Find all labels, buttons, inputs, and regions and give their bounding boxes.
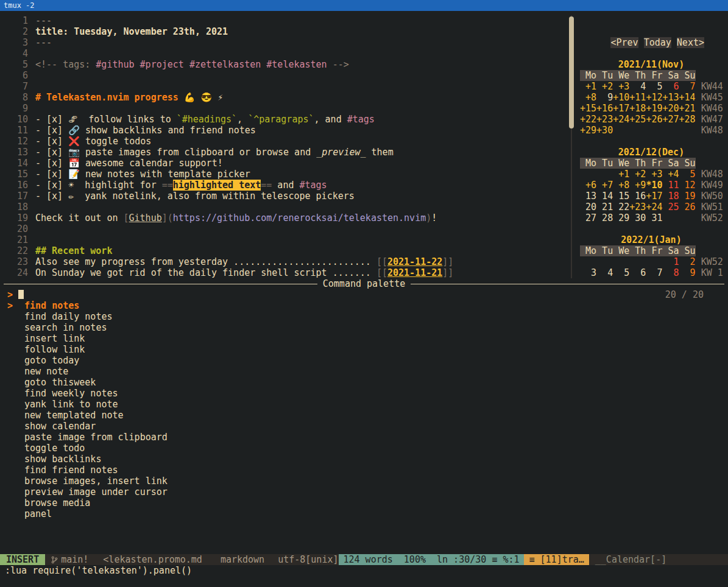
window-separator[interactable] bbox=[568, 15, 574, 278]
palette-item[interactable]: >find notes bbox=[0, 300, 728, 311]
calendar-day[interactable]: 19 bbox=[679, 191, 696, 202]
hashtag[interactable]: #github bbox=[96, 59, 134, 70]
calendar-day[interactable]: +20 bbox=[662, 103, 679, 114]
calendar-day[interactable]: +8 bbox=[580, 92, 596, 103]
calendar-day[interactable]: +17 bbox=[613, 103, 629, 114]
calendar-day[interactable]: +19 bbox=[646, 103, 662, 114]
calendar-day[interactable]: +2 bbox=[596, 81, 613, 92]
calendar-day[interactable]: +17 bbox=[646, 191, 662, 202]
calendar-day[interactable]: 20 bbox=[580, 202, 596, 213]
calendar-day[interactable]: 5 bbox=[679, 169, 696, 180]
palette-item[interactable]: goto thisweek bbox=[0, 377, 728, 388]
palette-item[interactable]: panel bbox=[0, 508, 728, 519]
calendar-day[interactable]: 25 bbox=[662, 202, 679, 213]
calendar-day[interactable]: +23 bbox=[629, 202, 646, 213]
calendar-day[interactable]: +16 bbox=[596, 103, 613, 114]
calendar-day[interactable]: +29 bbox=[580, 125, 596, 136]
hashtag[interactable]: #project bbox=[140, 59, 184, 70]
scrollbar-thumb[interactable] bbox=[569, 16, 574, 128]
calendar-day[interactable]: 4 bbox=[596, 267, 613, 278]
calendar-day[interactable]: 6 bbox=[629, 267, 646, 278]
palette-item[interactable]: find weekly notes bbox=[0, 388, 728, 399]
wikilink[interactable]: 2021-11-21 bbox=[387, 267, 442, 278]
calendar-day[interactable]: 8 bbox=[662, 267, 679, 278]
hashtag[interactable]: #telekasten bbox=[266, 59, 327, 70]
calendar-day[interactable]: +1 bbox=[580, 81, 596, 92]
calendar-day[interactable]: 22 bbox=[613, 202, 629, 213]
calendar-day[interactable]: 18 bbox=[662, 191, 679, 202]
calendar-day[interactable]: 29 bbox=[613, 213, 629, 223]
hashtag[interactable]: #tags bbox=[300, 180, 327, 191]
calendar-day[interactable]: 3 bbox=[580, 267, 596, 278]
calendar-day[interactable]: *10 bbox=[646, 180, 662, 191]
calendar-day[interactable]: 5 bbox=[646, 81, 662, 92]
calendar-day[interactable]: +18 bbox=[629, 103, 646, 114]
calendar-day[interactable]: 15 bbox=[613, 191, 629, 202]
palette-item[interactable]: browse media bbox=[0, 497, 728, 508]
calendar-day[interactable]: +25 bbox=[629, 114, 646, 125]
palette-item[interactable]: show calendar bbox=[0, 421, 728, 432]
calendar-day[interactable]: +11 bbox=[629, 92, 646, 103]
calendar-day[interactable]: +23 bbox=[596, 114, 613, 125]
today-button[interactable]: Today bbox=[644, 37, 671, 48]
calendar-day[interactable]: +24 bbox=[613, 114, 629, 125]
palette-item[interactable]: browse images, insert link bbox=[0, 476, 728, 487]
calendar-day[interactable]: +6 bbox=[580, 180, 596, 191]
calendar-day[interactable]: +3 bbox=[646, 169, 662, 180]
calendar-day[interactable]: +7 bbox=[596, 180, 613, 191]
calendar-day[interactable]: 9 bbox=[596, 92, 613, 103]
hashtag[interactable]: #tags bbox=[347, 114, 375, 125]
calendar-day[interactable]: 27 bbox=[580, 213, 596, 223]
calendar-day[interactable]: 28 bbox=[596, 213, 613, 223]
calendar-day[interactable]: 21 bbox=[596, 202, 613, 213]
palette-item[interactable]: show backlinks bbox=[0, 454, 728, 465]
palette-item[interactable]: insert link bbox=[0, 333, 728, 344]
link-text[interactable]: Github bbox=[129, 213, 162, 223]
calendar-day[interactable]: +2 bbox=[629, 169, 646, 180]
command-line[interactable]: :lua require('telekasten').panel() bbox=[0, 565, 728, 576]
calendar-day[interactable]: 4 bbox=[629, 81, 646, 92]
calendar-day[interactable]: +1 bbox=[613, 169, 629, 180]
calendar-day[interactable]: +15 bbox=[580, 103, 596, 114]
calendar-day[interactable]: +9 bbox=[629, 180, 646, 191]
next-button[interactable]: Next> bbox=[677, 37, 704, 48]
calendar-day[interactable]: +12 bbox=[646, 92, 662, 103]
palette-item[interactable]: new note bbox=[0, 366, 728, 377]
calendar-day[interactable]: 12 bbox=[679, 180, 696, 191]
palette-item[interactable]: preview image under cursor bbox=[0, 487, 728, 497]
calendar-day[interactable]: 30 bbox=[629, 213, 646, 223]
calendar-day[interactable]: 6 bbox=[662, 81, 679, 92]
palette-item[interactable]: follow link bbox=[0, 344, 728, 355]
prev-button[interactable]: <Prev bbox=[610, 37, 638, 48]
editor-window[interactable]: 1---2title: Tuesday, November 23th, 2021… bbox=[0, 15, 568, 278]
palette-item[interactable]: find daily notes bbox=[0, 311, 728, 322]
calendar-day[interactable]: +3 bbox=[613, 81, 629, 92]
calendar-day[interactable]: +13 bbox=[662, 92, 679, 103]
calendar-day[interactable]: +27 bbox=[662, 114, 679, 125]
palette-item[interactable]: search in notes bbox=[0, 322, 728, 333]
calendar-day[interactable]: 31 bbox=[646, 213, 662, 223]
calendar-day[interactable]: +14 bbox=[679, 92, 696, 103]
calendar-day[interactable]: +26 bbox=[646, 114, 662, 125]
calendar-day[interactable]: +30 bbox=[596, 125, 613, 136]
palette-prompt[interactable]: > 20 / 20 bbox=[0, 289, 728, 300]
calendar-day[interactable]: 7 bbox=[679, 81, 696, 92]
calendar-day[interactable]: +24 bbox=[646, 202, 662, 213]
calendar-day[interactable]: +10 bbox=[613, 92, 629, 103]
calendar-day[interactable]: 13 bbox=[580, 191, 596, 202]
palette-item[interactable]: paste image from clipboard bbox=[0, 432, 728, 443]
palette-item[interactable]: find friend notes bbox=[0, 465, 728, 476]
link-url[interactable]: https://github.com/renerocksai/telekaste… bbox=[173, 213, 426, 223]
palette-item[interactable]: yank link to note bbox=[0, 399, 728, 410]
calendar-day[interactable]: 16 bbox=[629, 191, 646, 202]
calendar-day[interactable]: +28 bbox=[679, 114, 696, 125]
calendar-day[interactable]: 2 bbox=[679, 256, 696, 267]
palette-item[interactable]: goto today bbox=[0, 355, 728, 366]
calendar-day[interactable]: 11 bbox=[662, 180, 679, 191]
calendar-day[interactable]: +22 bbox=[580, 114, 596, 125]
calendar-day[interactable]: +8 bbox=[613, 180, 629, 191]
calendar-day[interactable]: 9 bbox=[679, 267, 696, 278]
calendar-day[interactable]: 26 bbox=[679, 202, 696, 213]
calendar-day[interactable]: +21 bbox=[679, 103, 696, 114]
palette-item[interactable]: toggle todo bbox=[0, 443, 728, 454]
